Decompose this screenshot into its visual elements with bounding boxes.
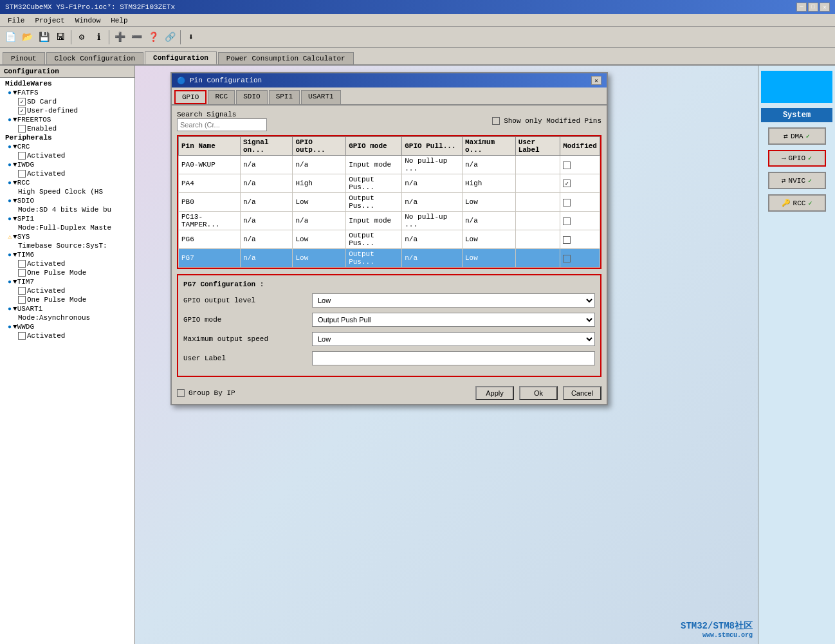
gpio-output-level-select[interactable]: Low High <box>312 293 595 308</box>
show-modified-checkbox[interactable] <box>492 117 500 125</box>
minimize-button[interactable]: ─ <box>796 3 807 12</box>
dialog-tab-usart1[interactable]: USART1 <box>301 90 341 104</box>
nvic-button[interactable]: ⇄ NVIC ✓ <box>768 172 826 189</box>
tree-crc[interactable]: ● ▼ CRC <box>8 142 132 151</box>
dialog-close-button[interactable]: ✕ <box>591 76 601 85</box>
tree-iwdg[interactable]: ● ▼ IWDG <box>8 160 132 169</box>
tree-freertos[interactable]: ● ▼ FREERTOS <box>8 115 132 124</box>
save-button[interactable]: 💾 <box>36 30 51 45</box>
menu-project[interactable]: Project <box>30 15 69 26</box>
col-user-label: User Label <box>515 137 560 156</box>
open-button[interactable]: 📂 <box>19 30 35 45</box>
cancel-button[interactable]: Cancel <box>563 386 601 400</box>
tree-tim6[interactable]: ● ▼ TIM6 <box>8 250 132 259</box>
gpio-mode-select[interactable]: Output Push Pull Output Open Drain Input… <box>312 313 595 327</box>
remove-button[interactable]: ➖ <box>129 30 144 45</box>
tree-enabled[interactable]: Enabled <box>18 124 132 133</box>
gpio-output-level-control: Low High <box>312 293 595 308</box>
maximize-button[interactable]: □ <box>808 3 818 12</box>
save-all-button[interactable]: 🖫 <box>53 30 68 45</box>
add-button[interactable]: ➕ <box>112 30 127 45</box>
help-button[interactable]: ❓ <box>145 30 161 45</box>
dialog-tab-rcc[interactable]: RCC <box>208 90 235 104</box>
tree-spi1-mode[interactable]: Mode:Full-Duplex Maste <box>18 223 132 232</box>
tree-userdefined[interactable]: ✓ User-defined <box>18 106 132 115</box>
tab-power[interactable]: Power Consumption Calculator <box>218 52 354 64</box>
tim6-opm-checkbox[interactable] <box>18 269 26 277</box>
cell-max-speed: n/a <box>462 156 515 174</box>
crc-activated-checkbox[interactable] <box>18 152 26 160</box>
tree-sys[interactable]: ⚠ ▼ SYS <box>8 232 132 241</box>
tree-crc-activated[interactable]: Activated <box>18 151 132 160</box>
table-row-selected[interactable]: PG7 n/a Low Output Pus... n/a Low <box>179 249 600 268</box>
tim7-opm-checkbox[interactable] <box>18 296 26 304</box>
download-button[interactable]: ⬇ <box>183 30 199 45</box>
tree-tim6-opm[interactable]: One Pulse Mode <box>18 268 132 277</box>
cell-gpio-pull: No pull-up ... <box>402 212 463 230</box>
close-window-button[interactable]: ✕ <box>820 3 830 12</box>
tree-usart1[interactable]: ● ▼ USART1 <box>8 304 132 313</box>
rcc-right-button[interactable]: 🔑 RCC ✓ <box>768 194 826 212</box>
tim7-activated-checkbox[interactable] <box>18 287 26 295</box>
tree-usart1-mode[interactable]: Mode:Asynchronous <box>18 313 132 322</box>
iwdg-activated-checkbox[interactable] <box>18 170 26 178</box>
tab-pinout[interactable]: Pinout <box>3 52 45 64</box>
tab-configuration[interactable]: Configuration <box>145 51 217 64</box>
dialog-tab-spi1[interactable]: SPI1 <box>269 90 300 104</box>
tree-wwdg[interactable]: ● ▼ WWDG <box>8 322 132 331</box>
menu-help[interactable]: Help <box>106 15 133 26</box>
table-row[interactable]: PB0 n/a Low Output Pus... n/a Low <box>179 193 600 212</box>
dialog-tab-sdio[interactable]: SDIO <box>236 90 267 104</box>
sdcard-checkbox[interactable]: ✓ <box>18 98 26 106</box>
menu-file[interactable]: File <box>3 15 30 26</box>
crc-dot: ● <box>8 143 12 151</box>
tree-middlewares[interactable]: MiddleWares <box>3 79 132 88</box>
link-button[interactable]: 🔗 <box>162 30 178 45</box>
tree-tim7-opm[interactable]: One Pulse Mode <box>18 295 132 304</box>
tree-sdio[interactable]: ● ▼ SDIO <box>8 196 132 205</box>
cell-user-label <box>515 212 560 230</box>
tree-sdcard[interactable]: ✓ SD Card <box>18 97 132 106</box>
table-row[interactable]: PA0-WKUP n/a n/a Input mode No pull-up .… <box>179 156 600 174</box>
tree-spi1[interactable]: ● ▼ SPI1 <box>8 214 132 223</box>
tree-sdio-mode[interactable]: Mode:SD 4 bits Wide bu <box>18 205 132 214</box>
enabled-checkbox[interactable] <box>18 125 26 133</box>
tree-tim7-activated[interactable]: Activated <box>18 286 132 295</box>
cell-max-speed: Low <box>462 249 515 268</box>
iwdg-label: IWDG <box>17 161 34 169</box>
dma-button[interactable]: ⇄ DMA ✓ <box>768 127 826 145</box>
tree-iwdg-activated[interactable]: Activated <box>18 169 132 178</box>
tree-sys-timebase[interactable]: Timebase Source:SysT: <box>18 241 132 250</box>
new-button[interactable]: 📄 <box>3 30 18 45</box>
tab-clock[interactable]: Clock Configuration <box>46 52 143 64</box>
tree-wwdg-activated[interactable]: Activated <box>18 331 132 340</box>
ok-button[interactable]: Ok <box>519 386 558 400</box>
table-row[interactable]: PC13-TAMPER... n/a n/a Input mode No pul… <box>179 212 600 230</box>
iwdg-expand: ▼ <box>13 161 17 169</box>
table-row[interactable]: PG6 n/a Low Output Pus... n/a Low <box>179 230 600 249</box>
search-input[interactable] <box>177 118 267 131</box>
wwdg-activated-checkbox[interactable] <box>18 332 26 340</box>
tree-tim6-activated[interactable]: Activated <box>18 259 132 268</box>
tree-fatfs[interactable]: ● ▼ FATFS <box>8 88 132 97</box>
table-row[interactable]: PA4 n/a High Output Pus... n/a High ✓ <box>179 174 600 193</box>
userdefined-checkbox[interactable]: ✓ <box>18 107 26 115</box>
group-by-ip-checkbox[interactable] <box>177 389 185 397</box>
tree-rcc-hsc[interactable]: High Speed Clock (HS <box>18 187 132 196</box>
apply-button[interactable]: Apply <box>475 386 514 400</box>
cell-max-speed: Low <box>462 193 515 212</box>
settings-button[interactable]: ⚙ <box>74 30 89 45</box>
sdio-dot: ● <box>8 198 12 205</box>
info-button[interactable]: ℹ <box>91 30 106 45</box>
menu-window[interactable]: Window <box>70 15 106 26</box>
tree-peripherals[interactable]: Peripherals <box>3 133 132 142</box>
tree-tim7[interactable]: ● ▼ TIM7 <box>8 277 132 286</box>
tree-rcc[interactable]: ● ▼ RCC <box>8 178 132 187</box>
main-tab-bar: Pinout Clock Configuration Configuration… <box>0 48 835 66</box>
tim6-activated-checkbox[interactable] <box>18 260 26 268</box>
max-output-speed-select[interactable]: Low Medium High <box>312 332 595 346</box>
dialog-tab-gpio[interactable]: GPIO <box>174 90 206 104</box>
user-label-input[interactable] <box>312 351 595 365</box>
gpio-button[interactable]: → GPIO ✓ <box>768 150 826 167</box>
enabled-label: Enabled <box>27 125 57 133</box>
